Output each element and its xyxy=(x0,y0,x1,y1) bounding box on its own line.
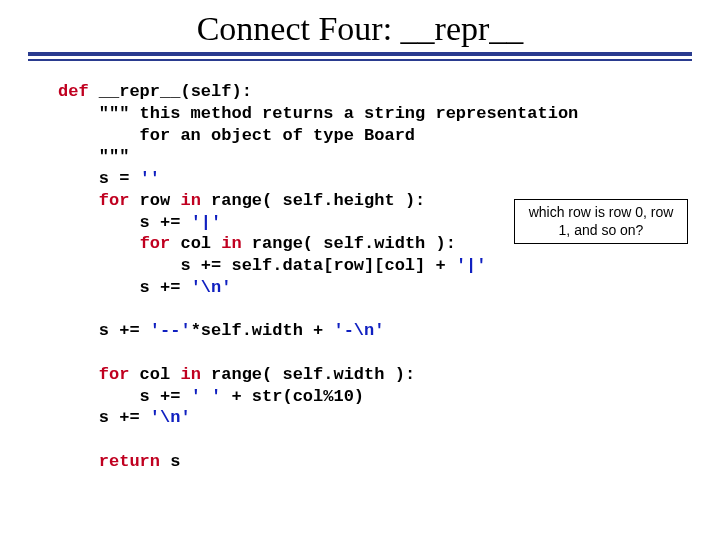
str-literal: '-\n' xyxy=(333,321,384,340)
code-text: *self.width + xyxy=(191,321,334,340)
code-text: range( self.width ): xyxy=(201,365,415,384)
str-literal: '--' xyxy=(150,321,191,340)
code-block: def __repr__(self): """ this method retu… xyxy=(58,81,720,473)
code-text xyxy=(58,452,99,471)
str-literal: '\n' xyxy=(191,278,232,297)
code-text xyxy=(58,191,99,210)
code-text: s xyxy=(160,452,180,471)
title-rule-bottom xyxy=(28,59,692,61)
title-rule-top xyxy=(28,52,692,56)
code-text: s += xyxy=(58,213,191,232)
str-literal: '\n' xyxy=(150,408,191,427)
code-text: + str(col%10) xyxy=(221,387,364,406)
code-text: s += xyxy=(58,278,191,297)
code-text: for an object of type Board xyxy=(58,126,415,145)
code-text: """ xyxy=(58,147,129,166)
code-text xyxy=(58,234,140,253)
code-text: s += xyxy=(58,387,191,406)
code-text: col xyxy=(170,234,221,253)
kw-in: in xyxy=(180,365,200,384)
str-literal: ' ' xyxy=(191,387,222,406)
kw-for: for xyxy=(99,365,130,384)
code-text xyxy=(58,365,99,384)
kw-return: return xyxy=(99,452,160,471)
code-text: __repr__(self): xyxy=(89,82,252,101)
code-text: s += self.data[row][col] + xyxy=(58,256,456,275)
code-text: s = xyxy=(58,169,140,188)
code-text: s += xyxy=(58,408,150,427)
kw-def: def xyxy=(58,82,89,101)
code-text: col xyxy=(129,365,180,384)
str-literal: '|' xyxy=(191,213,222,232)
code-text: range( self.height ): xyxy=(201,191,425,210)
code-text: range( self.width ): xyxy=(242,234,456,253)
slide-title: Connect Four: __repr__ xyxy=(0,10,720,48)
str-literal: '|' xyxy=(456,256,487,275)
kw-for: for xyxy=(140,234,171,253)
code-text: row xyxy=(129,191,180,210)
code-text: """ this method returns a string represe… xyxy=(58,104,578,123)
kw-in: in xyxy=(221,234,241,253)
annotation-box: which row is row 0, row 1, and so on? xyxy=(514,199,688,244)
kw-in: in xyxy=(180,191,200,210)
kw-for: for xyxy=(99,191,130,210)
str-literal: '' xyxy=(140,169,160,188)
code-text: s += xyxy=(58,321,150,340)
